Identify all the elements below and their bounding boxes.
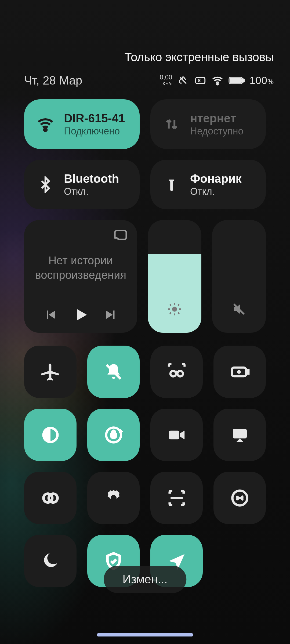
media-play-button[interactable] — [72, 306, 89, 323]
flashlight-status: Откл. — [190, 186, 241, 197]
cast-screen-tile[interactable] — [213, 409, 266, 461]
no-sim-icon — [194, 74, 206, 87]
screenshot-tile[interactable] — [150, 346, 203, 398]
bluetooth-status: Откл. — [64, 186, 119, 197]
do-not-disturb-tile[interactable] — [24, 535, 77, 587]
airplane-mode-tile[interactable] — [24, 346, 77, 398]
data-arrows-icon — [162, 115, 181, 134]
wifi-tile[interactable]: DIR-615-41 Подключено — [24, 99, 140, 149]
mobile-data-tile[interactable]: нтернет Недоступно — [150, 99, 266, 149]
svg-point-9 — [170, 371, 176, 376]
flashlight-icon — [162, 175, 181, 194]
flashlight-tile[interactable]: Фонарик Откл. — [150, 160, 266, 209]
media-prev-button[interactable] — [43, 308, 58, 322]
wifi-status: Подключено — [64, 126, 125, 137]
battery-saver-tile[interactable] — [213, 346, 266, 398]
volume-slider[interactable] — [212, 220, 266, 333]
edit-tiles-button[interactable]: Измен... — [104, 566, 186, 593]
svg-point-20 — [110, 495, 116, 501]
media-player-card[interactable]: Нет истории воспроизведения — [24, 220, 137, 333]
wifi-icon — [36, 115, 55, 134]
brightness-icon — [167, 302, 182, 317]
screen-record-tile[interactable] — [150, 409, 203, 461]
mobile-data-title: нтернет — [190, 112, 244, 125]
svg-rect-3 — [243, 79, 244, 82]
hotspot-tile[interactable] — [24, 472, 77, 524]
rotation-lock-tile[interactable] — [87, 409, 140, 461]
settings-tile[interactable] — [87, 472, 140, 524]
svg-rect-17 — [233, 429, 247, 438]
flashlight-title: Фонарик — [190, 172, 241, 185]
svg-rect-0 — [196, 78, 205, 84]
wifi-status-icon — [211, 74, 224, 87]
svg-point-8 — [172, 307, 177, 312]
bluetooth-title: Bluetooth — [64, 172, 119, 185]
date-label: Чт, 28 Мар — [24, 74, 160, 87]
svg-rect-15 — [111, 433, 115, 437]
dark-mode-tile[interactable] — [24, 409, 77, 461]
svg-rect-6 — [169, 178, 174, 179]
emergency-calls-only-label: Только экстренные вызовы — [125, 50, 274, 64]
status-bar: Чт, 28 Мар 0,00КБ/с 100% — [0, 72, 290, 89]
vibrate-silent-icon — [177, 74, 189, 87]
svg-rect-16 — [169, 430, 179, 439]
mobile-data-status: Недоступно — [190, 126, 244, 137]
bluetooth-tile[interactable]: Bluetooth Откл. — [24, 160, 140, 209]
battery-icon — [229, 77, 245, 84]
data-rate-indicator: 0,00КБ/с — [160, 74, 172, 87]
media-next-button[interactable] — [104, 308, 118, 322]
battery-percent: 100% — [249, 75, 274, 86]
svg-rect-4 — [230, 78, 241, 83]
bluetooth-icon — [36, 175, 55, 194]
gesture-nav-handle[interactable] — [97, 633, 193, 636]
svg-rect-12 — [247, 370, 249, 374]
silent-mode-tile[interactable] — [87, 346, 140, 398]
svg-point-5 — [44, 128, 46, 131]
svg-point-1 — [217, 83, 218, 85]
scan-tile[interactable] — [150, 472, 203, 524]
volume-muted-icon — [231, 302, 247, 317]
wifi-ssid: DIR-615-41 — [64, 112, 125, 125]
sync-tile[interactable] — [213, 472, 266, 524]
cast-icon[interactable] — [113, 228, 128, 243]
brightness-slider[interactable] — [148, 220, 202, 333]
